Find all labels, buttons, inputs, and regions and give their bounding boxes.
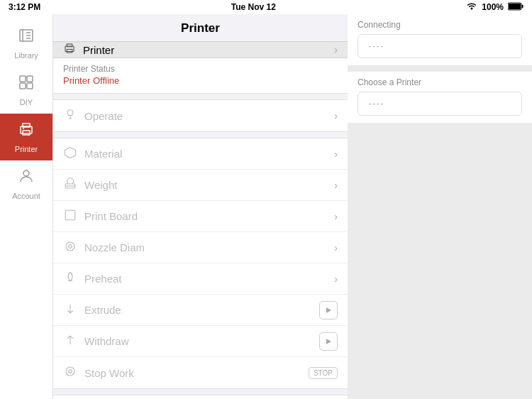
choose-section: Choose a Printer ---- xyxy=(348,72,532,124)
printer-list-icon xyxy=(63,42,76,58)
library-icon xyxy=(18,27,35,48)
status-value: Printer Offline xyxy=(63,75,338,86)
stopwork-action-icon[interactable]: STOP xyxy=(309,367,338,379)
list-row-material[interactable]: Material › xyxy=(53,138,348,170)
menu-section-main: Material › Weight › xyxy=(53,138,348,389)
weight-chevron-icon: › xyxy=(334,180,338,191)
wifi-icon xyxy=(466,2,477,13)
svg-point-34 xyxy=(66,367,74,376)
extrude-icon xyxy=(63,302,77,318)
svg-rect-10 xyxy=(20,83,26,89)
svg-point-35 xyxy=(69,370,72,373)
menu-section-detect: Nozzle Detect Auto Level xyxy=(53,395,348,399)
sidebar-label-library: Library xyxy=(14,51,38,60)
right-panel: Connecting ---- Choose a Printer ---- xyxy=(348,14,532,399)
list-row-extrude[interactable]: Extrude xyxy=(53,295,348,326)
list-row-operate[interactable]: Operate › xyxy=(53,100,348,131)
material-chevron-icon: › xyxy=(334,148,338,160)
printer-header-row[interactable]: Printer › xyxy=(53,41,348,58)
nozzlediam-icon xyxy=(63,240,77,256)
svg-rect-26 xyxy=(65,210,75,220)
printer-icon xyxy=(18,121,35,142)
status-date: Tue Nov 12 xyxy=(231,2,276,12)
withdraw-play-icon[interactable] xyxy=(319,332,338,351)
page-title: Printer xyxy=(53,14,348,41)
preheat-icon xyxy=(63,271,77,287)
printer-chevron-icon: › xyxy=(334,44,338,55)
status-right: 100% xyxy=(466,2,523,13)
svg-rect-2 xyxy=(521,4,523,8)
svg-rect-19 xyxy=(67,50,72,53)
withdraw-icon xyxy=(63,334,77,349)
list-row-withdraw[interactable]: Withdraw xyxy=(53,326,348,357)
nozzlediam-chevron-icon: › xyxy=(334,242,338,253)
svg-marker-31 xyxy=(326,307,331,313)
stopwork-label: Stop Work xyxy=(84,367,309,379)
status-time: 3:12 PM xyxy=(9,2,40,12)
list-row-preheat[interactable]: Preheat › xyxy=(53,263,348,295)
connecting-section: Connecting ---- xyxy=(348,14,532,66)
nozzlediam-label: Nozzle Diam xyxy=(84,241,334,253)
sidebar-item-diy[interactable]: DIY xyxy=(0,67,52,114)
list-row-nozzledetect[interactable]: Nozzle Detect xyxy=(53,395,348,399)
operate-label: Operate xyxy=(84,110,334,122)
operate-icon xyxy=(63,108,77,124)
connecting-label: Connecting xyxy=(358,20,522,30)
printer-status-section: Printer Status Printer Offline xyxy=(53,58,348,94)
choose-printer-label: Choose a Printer xyxy=(358,77,522,87)
weight-icon xyxy=(63,177,77,193)
svg-rect-18 xyxy=(67,44,72,47)
diy-icon xyxy=(18,74,35,95)
svg-rect-14 xyxy=(23,131,30,135)
printboard-chevron-icon: › xyxy=(334,211,338,222)
menu-section-operate: Operate › xyxy=(53,99,348,132)
sidebar-item-account[interactable]: Account xyxy=(0,160,52,207)
app-container: Library DIY Pr xyxy=(0,14,532,399)
printboard-label: Print Board xyxy=(84,210,334,222)
list-row-weight[interactable]: Weight › xyxy=(53,170,348,201)
sidebar-label-diy: DIY xyxy=(20,98,33,106)
svg-marker-33 xyxy=(326,339,331,344)
printboard-icon xyxy=(63,209,77,224)
preheat-chevron-icon: › xyxy=(334,273,338,285)
svg-rect-13 xyxy=(23,124,30,127)
svg-rect-8 xyxy=(20,76,26,82)
sidebar: Library DIY Pr xyxy=(0,14,53,399)
sidebar-item-library[interactable]: Library xyxy=(0,20,52,67)
status-bar: 3:12 PM Tue Nov 12 100% xyxy=(0,0,532,14)
svg-point-27 xyxy=(66,242,74,251)
svg-rect-11 xyxy=(27,83,33,89)
choose-printer-value: ---- xyxy=(358,92,522,116)
list-row-stopwork[interactable]: Stop Work STOP xyxy=(53,357,348,388)
battery-label: 100% xyxy=(482,2,504,12)
battery-icon xyxy=(508,2,523,13)
stopwork-icon xyxy=(63,365,77,381)
operate-chevron-icon: › xyxy=(334,110,338,121)
list-panel: Printer Printer › Printer Status Printer… xyxy=(53,14,348,399)
printer-header-label: Printer xyxy=(83,44,334,56)
sidebar-label-printer: Printer xyxy=(15,145,38,153)
list-row-nozzlediam[interactable]: Nozzle Diam › xyxy=(53,232,348,263)
svg-point-16 xyxy=(23,170,29,176)
list-row-printboard[interactable]: Print Board › xyxy=(53,201,348,232)
material-label: Material xyxy=(84,148,334,160)
weight-label: Weight xyxy=(84,179,334,191)
extrude-label: Extrude xyxy=(84,304,319,316)
svg-rect-1 xyxy=(509,4,521,9)
sidebar-label-account: Account xyxy=(12,192,40,200)
material-icon xyxy=(63,146,77,162)
svg-rect-9 xyxy=(27,76,33,82)
extrude-play-icon[interactable] xyxy=(319,301,338,319)
connecting-value: ---- xyxy=(358,34,522,58)
svg-point-28 xyxy=(69,244,72,248)
svg-marker-23 xyxy=(65,147,76,158)
sidebar-item-printer[interactable]: Printer xyxy=(0,114,52,160)
withdraw-label: Withdraw xyxy=(84,335,319,347)
status-label: Printer Status xyxy=(63,64,338,74)
content-area: Printer Printer › Printer Status Printer… xyxy=(53,14,532,399)
account-icon xyxy=(18,168,35,189)
preheat-label: Preheat xyxy=(84,273,334,285)
